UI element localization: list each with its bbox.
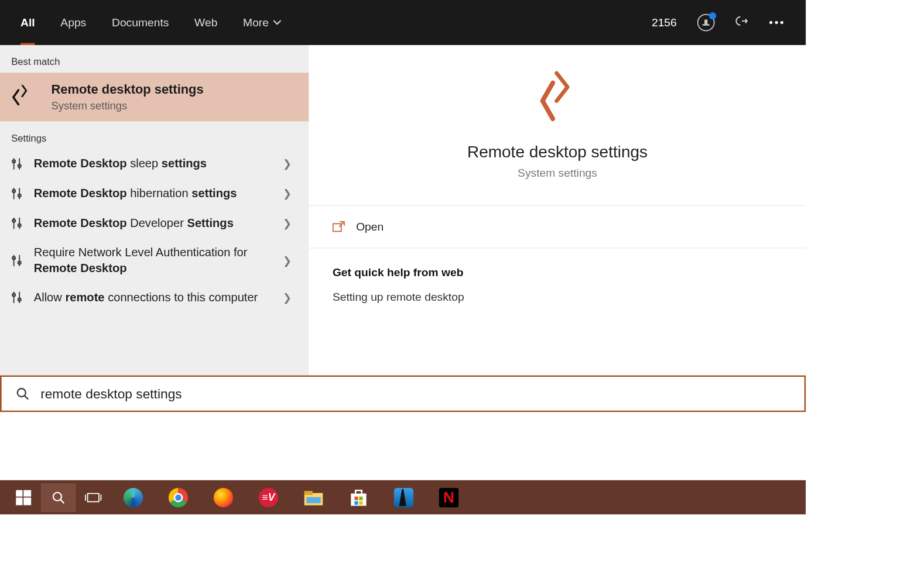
rewards-medal-icon[interactable] [697, 14, 715, 32]
rewards-points[interactable]: 2156 [652, 16, 677, 29]
search-results-area: Best match Remote desktop settings Syste… [0, 45, 806, 375]
search-scope-tabs: All Apps Documents Web More 2156 ••• [0, 0, 806, 45]
notification-dot-icon [709, 12, 716, 19]
help-link[interactable]: Setting up remote desktop [333, 290, 782, 304]
remote-desktop-icon [11, 85, 36, 109]
start-button[interactable] [6, 483, 42, 512]
tab-more[interactable]: More [243, 0, 281, 45]
file-explorer-icon [303, 489, 324, 506]
search-icon [16, 387, 29, 401]
chevron-right-icon: ❯ [283, 217, 292, 229]
edge-icon [124, 487, 143, 507]
chevron-right-icon: ❯ [283, 157, 292, 170]
svg-rect-25 [16, 497, 22, 505]
tab-more-label: More [243, 16, 269, 29]
best-match-subtitle: System settings [52, 100, 204, 112]
remote-desktop-large-icon [529, 71, 586, 127]
tab-documents[interactable]: Documents [112, 0, 169, 45]
svg-rect-23 [16, 490, 22, 496]
settings-sliders-icon [11, 187, 22, 200]
taskbar-app-store[interactable] [336, 483, 381, 512]
taskbar-app-file-explorer[interactable] [291, 483, 336, 512]
settings-sliders-icon [11, 216, 22, 230]
chevron-right-icon: ❯ [283, 254, 292, 266]
setting-nla[interactable]: Require Network Level Authentication for… [0, 238, 309, 283]
svg-rect-26 [23, 497, 31, 505]
more-options-icon[interactable]: ••• [769, 16, 785, 29]
svg-rect-36 [355, 496, 358, 500]
netflix-icon: N [439, 487, 458, 507]
setting-allow-remote[interactable]: Allow remote connections to this compute… [0, 283, 309, 312]
svg-rect-39 [359, 501, 362, 504]
open-action[interactable]: Open [309, 206, 806, 249]
desktop-background [0, 412, 806, 480]
svg-point-21 [18, 388, 26, 397]
microsoft-store-icon [348, 487, 369, 508]
best-match-result[interactable]: Remote desktop settings System settings [0, 73, 309, 121]
taskbar-search-button[interactable] [41, 483, 76, 512]
svg-rect-37 [359, 496, 362, 500]
svg-rect-33 [304, 491, 313, 495]
search-input[interactable] [40, 386, 790, 401]
firefox-icon [214, 487, 233, 507]
svg-point-27 [53, 492, 61, 500]
result-preview-panel: Remote desktop settings System settings … [309, 45, 806, 375]
preview-subtitle: System settings [518, 166, 597, 180]
taskbar-app-expressvpn[interactable]: ≡V [246, 483, 291, 512]
open-external-icon [333, 221, 345, 232]
windows-logo-icon [16, 490, 31, 505]
chevron-right-icon: ❯ [283, 291, 292, 304]
search-box-container[interactable] [0, 375, 806, 412]
taskbar: ≡V N [0, 480, 806, 515]
expressvpn-icon: ≡V [259, 487, 278, 507]
taskbar-app-chrome[interactable] [156, 483, 201, 512]
tab-all[interactable]: All [20, 0, 35, 45]
kindle-icon [394, 487, 413, 507]
best-match-text: Remote desktop settings System settings [52, 82, 204, 112]
chevron-right-icon: ❯ [283, 187, 292, 200]
svg-rect-20 [333, 223, 341, 231]
svg-rect-38 [355, 501, 358, 504]
taskbar-app-kindle[interactable] [381, 483, 426, 512]
tab-web[interactable]: Web [194, 0, 217, 45]
results-list: Best match Remote desktop settings Syste… [0, 45, 309, 375]
feedback-icon[interactable] [735, 16, 749, 29]
setting-hibernation[interactable]: Remote Desktop hibernation settings ❯ [0, 178, 309, 208]
tab-apps[interactable]: Apps [60, 0, 86, 45]
task-view-icon [84, 490, 102, 505]
settings-header: Settings [0, 121, 309, 149]
taskbar-app-edge[interactable] [111, 483, 156, 512]
search-icon [52, 490, 66, 505]
setting-developer[interactable]: Remote Desktop Developer Settings ❯ [0, 208, 309, 238]
svg-rect-29 [88, 493, 99, 501]
svg-line-22 [25, 396, 28, 399]
chrome-icon [169, 487, 188, 507]
svg-line-28 [60, 500, 64, 503]
svg-rect-24 [23, 490, 31, 496]
task-view-button[interactable] [76, 483, 111, 512]
svg-rect-35 [351, 493, 366, 506]
settings-sliders-icon [11, 157, 22, 171]
best-match-header: Best match [0, 45, 309, 73]
open-label: Open [356, 220, 384, 233]
setting-sleep[interactable]: Remote Desktop sleep settings ❯ [0, 149, 309, 179]
preview-title: Remote desktop settings [467, 142, 648, 161]
help-section: Get quick help from web Setting up remot… [309, 248, 806, 321]
best-match-title: Remote desktop settings [52, 82, 204, 97]
taskbar-app-firefox[interactable] [201, 483, 246, 512]
settings-sliders-icon [11, 291, 22, 304]
settings-sliders-icon [11, 254, 22, 267]
taskbar-app-netflix[interactable]: N [426, 483, 471, 512]
chevron-down-icon [273, 19, 281, 26]
svg-rect-34 [306, 497, 321, 503]
help-header: Get quick help from web [333, 266, 782, 279]
